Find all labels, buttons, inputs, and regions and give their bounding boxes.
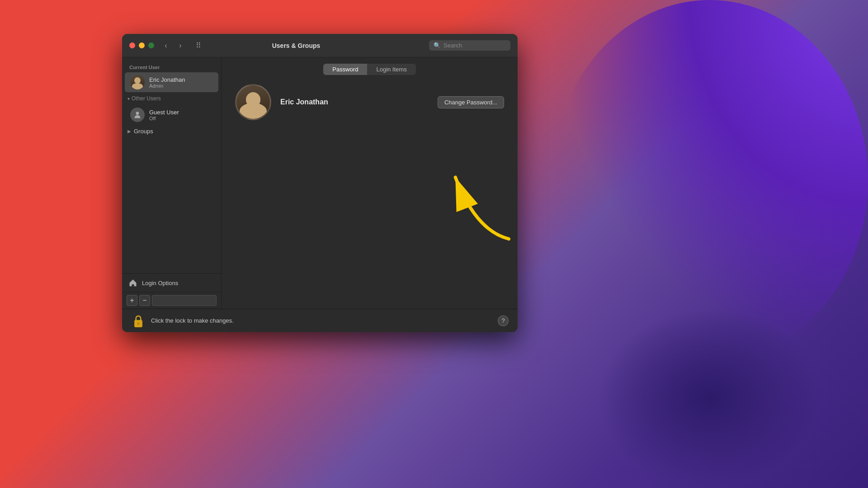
sidebar: Current User Eric Jonathan Admin ▾ Other… [122, 57, 222, 309]
users-groups-window: ‹ › ⠿ Users & Groups 🔍 Current User Eric… [122, 34, 518, 332]
login-options-label: Login Options [142, 280, 178, 286]
home-icon [128, 278, 137, 287]
minimize-button[interactable] [139, 42, 145, 48]
change-password-button[interactable]: Change Password... [438, 96, 504, 108]
search-icon: 🔍 [434, 42, 441, 49]
guest-user-info: Guest User Off [149, 109, 179, 121]
current-user-info: Eric Jonathan Admin [149, 76, 185, 89]
panel-content: Eric Jonathan Change Password... [222, 75, 518, 309]
add-user-button[interactable]: + [127, 295, 137, 306]
sidebar-footer: Login Options + − [122, 273, 221, 309]
content-spacer [235, 129, 504, 256]
search-input[interactable] [443, 42, 507, 49]
current-user-section-label: Current User [122, 61, 221, 72]
main-panel: Password Login Items Eric Jonathan Chang… [222, 57, 518, 309]
main-user-name: Eric Jonathan [280, 98, 429, 106]
user-header: Eric Jonathan Change Password... [235, 84, 504, 120]
svg-point-0 [136, 112, 139, 115]
close-button[interactable] [129, 42, 135, 48]
svg-point-3 [137, 322, 139, 324]
lock-icon-wrapper[interactable] [131, 313, 146, 329]
content-area: Current User Eric Jonathan Admin ▾ Other… [122, 57, 518, 309]
login-options-item[interactable]: Login Options [122, 274, 221, 292]
current-user-avatar [130, 75, 145, 89]
sidebar-scroll: Current User Eric Jonathan Admin ▾ Other… [122, 57, 221, 273]
current-user-name: Eric Jonathan [149, 76, 185, 83]
search-bar[interactable]: 🔍 [429, 40, 510, 51]
traffic-lights [129, 42, 154, 48]
sidebar-actions: + − [122, 292, 221, 309]
other-users-section[interactable]: ▾ Other Users [122, 93, 221, 104]
other-users-label: Other Users [132, 95, 161, 102]
guest-user-status: Off [149, 116, 179, 121]
chevron-down-icon: ▾ [127, 96, 130, 101]
guest-user-name: Guest User [149, 109, 179, 116]
help-button[interactable]: ? [498, 315, 509, 326]
bottom-bar: Click the lock to make changes. ? [122, 309, 518, 332]
chevron-right-icon: ▶ [127, 129, 131, 134]
action-spacer [152, 295, 217, 306]
title-bar: ‹ › ⠿ Users & Groups 🔍 [122, 34, 518, 57]
current-user-role: Admin [149, 83, 185, 89]
groups-label: Groups [134, 128, 153, 135]
tabs-bar: Password Login Items [222, 57, 518, 75]
lock-icon [132, 314, 145, 328]
bg-blob-dark [597, 307, 823, 488]
lock-text: Click the lock to make changes. [151, 317, 234, 324]
tab-login-items[interactable]: Login Items [367, 64, 415, 75]
guest-user-item[interactable]: Guest User Off [125, 105, 218, 125]
maximize-button[interactable] [148, 42, 154, 48]
guest-user-icon [133, 110, 142, 119]
groups-item[interactable]: ▶ Groups [122, 125, 221, 137]
current-user-item[interactable]: Eric Jonathan Admin [125, 72, 218, 92]
main-user-avatar[interactable] [235, 84, 271, 120]
guest-user-avatar [130, 108, 145, 122]
tab-password[interactable]: Password [323, 64, 367, 75]
window-title: Users & Groups [163, 42, 429, 49]
remove-user-button[interactable]: − [139, 295, 150, 306]
